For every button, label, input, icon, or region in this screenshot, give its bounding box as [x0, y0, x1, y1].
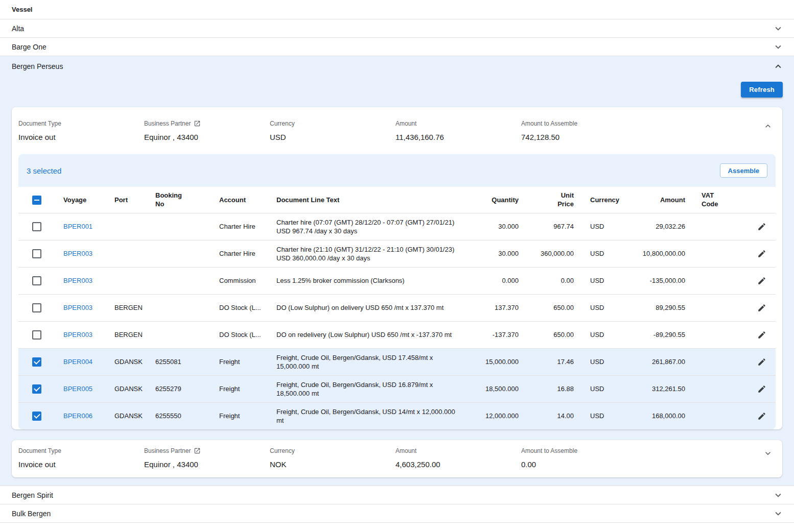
vessel-section-header: Vessel — [0, 0, 794, 19]
voyage-link[interactable]: BPER003 — [63, 331, 92, 338]
accordion-item-bulk-bergen[interactable]: Bulk Bergen — [0, 504, 794, 523]
field-amount-to-assemble: Amount to Assemble 742,128.50 — [521, 120, 647, 142]
expand-card-button[interactable] — [762, 447, 774, 460]
cell-quantity: 30.000 — [465, 213, 527, 240]
chevron-up-icon[interactable] — [773, 61, 784, 72]
field-business-partner: Business Partner Equinor , 43400 — [144, 120, 270, 142]
edit-line-button[interactable] — [755, 220, 768, 233]
field-label-business-partner: Business Partner — [144, 447, 191, 454]
document-lines-head: VoyagePortBooking NoAccountDocument Line… — [18, 187, 776, 213]
assemble-button[interactable]: Assemble — [720, 163, 767, 178]
table-row[interactable]: BPER003BERGENDO Stock (L...DO (Low Sulph… — [18, 294, 776, 321]
cell-amount: -89,290.55 — [628, 321, 693, 348]
accordion-item-bergen-spirit[interactable]: Bergen Spirit — [0, 486, 794, 504]
cell-booking_no — [147, 213, 211, 240]
row-checkbox[interactable] — [32, 249, 41, 258]
table-row[interactable]: BPER001Charter HireCharter hire (07:07 (… — [18, 213, 776, 240]
row-checkbox[interactable] — [32, 330, 41, 340]
table-row[interactable]: BPER004GDANSK6255081FreightFreight, Crud… — [18, 348, 776, 375]
cell-vat_code — [693, 213, 747, 240]
cell-unit_price: 14.00 — [527, 402, 582, 429]
voyage-link[interactable]: BPER001 — [63, 223, 92, 230]
field-document-type: Document Type Invoice out — [18, 120, 144, 142]
field-value-amount-to-assemble: 742,128.50 — [521, 133, 647, 142]
cell-vat_code — [693, 294, 747, 321]
cell-port: BERGEN — [106, 294, 147, 321]
pencil-icon — [757, 357, 766, 367]
cell-line_text: DO (Low Sulphur) on delivery USD 650 /mt… — [268, 294, 465, 321]
cell-voyage: BPER005 — [55, 375, 106, 402]
select-all-checkbox[interactable] — [32, 196, 41, 205]
chevron-down-icon[interactable] — [773, 41, 784, 53]
row-checkbox[interactable] — [32, 222, 41, 231]
cell-quantity: 137.370 — [465, 294, 527, 321]
refresh-button[interactable]: Refresh — [741, 82, 783, 98]
table-row[interactable]: BPER003BERGENDO Stock (L...DO on redeliv… — [18, 321, 776, 348]
cell-quantity: 0.000 — [465, 267, 527, 294]
voyage-link[interactable]: BPER003 — [63, 250, 92, 257]
cell-currency: USD — [582, 294, 628, 321]
cell-vat_code — [693, 240, 747, 267]
pencil-icon — [757, 412, 766, 421]
row-checkbox[interactable] — [32, 303, 41, 312]
cell-booking_no — [147, 321, 211, 348]
cell-vat_code — [693, 321, 747, 348]
cell-port: BERGEN — [106, 321, 147, 348]
column-header-edit — [747, 187, 776, 213]
cell-currency: USD — [582, 348, 628, 375]
accordion-item-alta[interactable]: Alta — [0, 19, 794, 38]
external-link-icon[interactable] — [194, 120, 201, 127]
edit-line-button[interactable] — [755, 328, 768, 342]
accordion-label-bulk-bergen: Bulk Bergen — [12, 510, 51, 518]
edit-line-button[interactable] — [755, 382, 768, 396]
cell-voyage: BPER006 — [55, 402, 106, 429]
page-title: Vessel — [12, 6, 33, 13]
cell-vat_code — [693, 375, 747, 402]
pencil-icon — [757, 303, 766, 312]
cell-voyage: BPER004 — [55, 348, 106, 375]
cell-amount: 29,032.26 — [628, 213, 693, 240]
voyage-link[interactable]: BPER006 — [63, 412, 92, 420]
chevron-down-icon — [763, 448, 773, 458]
column-header-unit_price: Unit Price — [552, 191, 574, 208]
voyage-link[interactable]: BPER003 — [63, 277, 92, 284]
external-link-icon[interactable] — [194, 447, 201, 454]
cell-booking_no: 6255279 — [147, 375, 211, 402]
table-row[interactable]: BPER005GDANSK6255279FreightFreight, Crud… — [18, 375, 776, 402]
voyage-link[interactable]: BPER005 — [63, 385, 92, 393]
row-checkbox[interactable] — [32, 357, 41, 367]
voyage-link[interactable]: BPER004 — [63, 358, 92, 366]
row-checkbox[interactable] — [32, 384, 41, 394]
edit-line-button[interactable] — [755, 301, 768, 315]
pencil-icon — [757, 330, 766, 340]
table-row[interactable]: BPER006GDANSK6255550FreightFreight, Crud… — [18, 402, 776, 429]
cell-unit_price: 16.88 — [527, 375, 582, 402]
chevron-down-icon[interactable] — [773, 490, 784, 501]
chevron-down-icon[interactable] — [773, 23, 784, 34]
edit-line-button[interactable] — [755, 409, 768, 423]
column-header-line_text: Document Line Text — [276, 196, 339, 204]
table-row[interactable]: BPER003CommissionLess 1.25% broker commi… — [18, 267, 776, 294]
chevron-down-icon[interactable] — [773, 508, 784, 519]
accordion-item-barge-one[interactable]: Barge One — [0, 38, 794, 56]
table-row[interactable]: BPER003Charter HireCharter hire (21:10 (… — [18, 240, 776, 267]
collapse-card-button[interactable] — [762, 120, 774, 132]
cell-quantity: -137.370 — [465, 321, 527, 348]
row-checkbox[interactable] — [32, 276, 41, 285]
field-amount-to-assemble: Amount to Assemble 0.00 — [521, 447, 647, 469]
field-currency: Currency USD — [270, 120, 395, 142]
cell-port: GDANSK — [106, 348, 147, 375]
document-lines-table: VoyagePortBooking NoAccountDocument Line… — [18, 187, 776, 429]
accordion-item-bergen-perseus[interactable]: Bergen Perseus — [0, 56, 794, 77]
edit-line-button[interactable] — [755, 274, 768, 287]
edit-line-button[interactable] — [755, 355, 768, 369]
field-value-document-type: Invoice out — [18, 133, 144, 142]
field-value-amount: 4,603,250.00 — [395, 460, 521, 469]
cell-line_text: Freight, Crude Oil, Bergen/Gdansk, USD 1… — [268, 402, 465, 429]
cell-currency: USD — [582, 402, 628, 429]
row-checkbox[interactable] — [32, 412, 41, 421]
field-label-currency: Currency — [270, 120, 395, 127]
edit-line-button[interactable] — [755, 247, 768, 260]
voyage-link[interactable]: BPER003 — [63, 304, 92, 311]
cell-currency: USD — [582, 213, 628, 240]
